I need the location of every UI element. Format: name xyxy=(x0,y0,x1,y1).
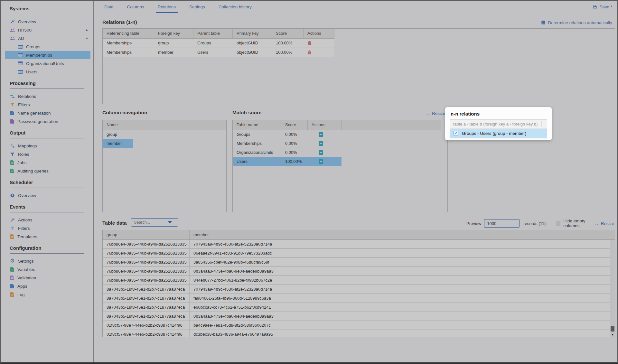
column-header[interactable]: Parent table xyxy=(193,29,233,38)
sidebar-item-apps[interactable]: Apps xyxy=(10,282,84,290)
sidebar-item-groups[interactable]: Groups xyxy=(10,42,84,51)
save-button[interactable]: Save * xyxy=(592,4,612,9)
sidebar-item-filters-processing[interactable]: Filters xyxy=(10,100,84,109)
divider xyxy=(102,15,615,15)
document-pencil-icon xyxy=(10,119,14,124)
document-icon xyxy=(10,234,14,239)
preview-count-input[interactable] xyxy=(484,219,520,228)
add-relation-button[interactable]: + xyxy=(319,141,323,146)
table-row: 01f8cf57-98e7-44e6-b2b2-c9387c414f96dc3b… xyxy=(103,330,615,337)
scrollbar-thumb[interactable] xyxy=(611,326,614,331)
match-score-row-users[interactable]: Users 100.00% + xyxy=(233,157,441,166)
column-header[interactable]: group xyxy=(103,230,190,239)
relations-row[interactable]: Memberships member Users objectGUID 100.… xyxy=(103,48,334,57)
sidebar-item-ad[interactable]: AD ▾ xyxy=(10,34,84,42)
column-header[interactable]: Table name xyxy=(233,120,281,130)
wrench-icon xyxy=(10,19,15,24)
match-score-row-memberships[interactable]: Memberships 0.00% + xyxy=(233,139,441,148)
hide-empty-columns-label: Hide empty columns xyxy=(563,219,595,228)
dropdown-triangle-icon[interactable] xyxy=(168,221,172,224)
document-icon xyxy=(10,292,14,297)
sidebar-item-variables[interactable]: Variables xyxy=(10,265,84,274)
sidebar-item-overview[interactable]: Overview xyxy=(10,17,84,26)
people-icon xyxy=(10,36,15,41)
sidebar-item-name-generation[interactable]: Name generation xyxy=(10,109,84,117)
add-relation-button[interactable]: + xyxy=(319,159,323,164)
sidebar-item-jobs[interactable]: Jobs xyxy=(10,158,84,167)
column-nav-row-group[interactable]: group xyxy=(103,130,226,139)
column-header[interactable]: Primary key xyxy=(233,29,272,38)
resize-button[interactable]: ↔ Resize xyxy=(426,111,445,116)
sidebar-section-events: Events xyxy=(10,204,84,210)
match-score-row-organizationalunits[interactable]: OrganizationalUnits 0.00% + xyxy=(233,148,441,157)
tab-settings[interactable]: Settings xyxy=(187,5,207,13)
chevron-down-icon[interactable]: ▾ xyxy=(86,36,88,41)
sidebar-item-templates[interactable]: Templates xyxy=(10,232,84,241)
scroll-down-button[interactable]: ▾ xyxy=(610,332,615,337)
sidebar-item-mappings[interactable]: Mappings xyxy=(10,142,84,150)
add-relation-button[interactable]: + xyxy=(319,132,323,137)
funnel-icon xyxy=(10,102,15,107)
sidebar-item-organizationalunits[interactable]: OrganizationalUnits xyxy=(10,59,84,68)
table-row: 8a7043b5-18f8-45e1-b2b7-c1877aa87ecafa98… xyxy=(103,294,615,303)
sidebar-item-filters-events[interactable]: Filters xyxy=(10,224,84,232)
sidebar-item-users[interactable]: Users xyxy=(10,68,84,76)
sidebar-item-roles[interactable]: Roles xyxy=(10,150,84,158)
checked-checkbox-icon[interactable] xyxy=(454,131,458,136)
column-header[interactable]: Actions xyxy=(308,120,342,130)
table-row: 8a7043b5-18f8-45e1-b2b7-c1877aa87eca0b3a… xyxy=(103,312,615,321)
nn-relation-option[interactable]: Groups - Users (group - member) xyxy=(450,129,547,138)
column-header[interactable]: Name xyxy=(103,120,133,130)
sidebar-item-memberships[interactable]: Memberships xyxy=(5,51,90,59)
column-nav-row-member[interactable]: member xyxy=(103,139,226,148)
people-icon xyxy=(10,27,15,33)
column-header[interactable]: Referencing table xyxy=(103,29,154,38)
column-header[interactable]: Score xyxy=(272,29,304,38)
delete-relation-button[interactable] xyxy=(304,48,334,58)
tab-relations[interactable]: Relations xyxy=(156,5,178,13)
delete-relation-button[interactable] xyxy=(304,39,334,49)
sidebar-section-scheduler: Scheduler xyxy=(10,180,84,185)
determine-relations-button[interactable]: Determine relations automatically xyxy=(541,20,612,25)
table-data-grid: group member 76bb86e4-0a35-440b-a949-da2… xyxy=(102,230,615,337)
hide-empty-columns-checkbox[interactable] xyxy=(556,221,560,226)
column-header[interactable]: Score xyxy=(281,120,308,130)
resize-button[interactable]: ↔ Resize xyxy=(595,221,614,226)
vertical-scrollbar[interactable]: ▾ xyxy=(610,240,615,337)
sidebar-item-relations[interactable]: Relations xyxy=(10,92,84,100)
column-header[interactable]: Foreign key xyxy=(154,29,193,38)
column-navigation-header: Name xyxy=(103,120,226,130)
search-combo[interactable] xyxy=(131,218,178,227)
table-row: 8a7043b5-18f8-45e1-b2b7-c1877aa87eca7079… xyxy=(103,285,615,294)
sidebar-item-settings[interactable]: ⚙ Settings xyxy=(10,257,84,265)
preview-label: Preview xyxy=(466,221,481,226)
sidebar-item-validation[interactable]: Validation xyxy=(10,274,84,282)
search-input[interactable] xyxy=(131,220,167,225)
sidebar-item-hr500[interactable]: HR500 ▸ xyxy=(10,26,84,34)
column-header[interactable]: member xyxy=(190,230,276,239)
add-relation-button[interactable]: + xyxy=(319,150,323,155)
match-score-row-groups[interactable]: Groups 0.00% + xyxy=(233,130,441,139)
column-header[interactable]: Actions xyxy=(304,29,334,38)
table-row: 8a7043b5-18f8-45e1-b2b7-c1877aa87ecae60b… xyxy=(103,303,615,312)
table-row: 01f8cf57-98e7-44e6-b2b2-c9387c414f96ba4c… xyxy=(103,321,615,330)
sidebar-item-scheduler-overview[interactable]: Overview xyxy=(10,191,84,200)
save-label: Save * xyxy=(599,5,612,9)
tab-columns[interactable]: Columns xyxy=(125,5,146,13)
document-pencil-icon xyxy=(10,160,14,165)
chevron-right-icon[interactable]: ▸ xyxy=(86,28,88,32)
sidebar-item-log[interactable]: Log xyxy=(10,290,84,299)
relation-arrows-icon xyxy=(10,94,15,99)
tab-data[interactable]: Data xyxy=(102,5,116,13)
sidebar-item-actions[interactable]: Actions xyxy=(10,216,84,224)
sidebar-item-auditing-queries[interactable]: Auditing queries xyxy=(10,167,84,175)
divider xyxy=(10,253,84,254)
sidebar-section-processing: Processing xyxy=(10,80,84,86)
relations-row[interactable]: Memberships group Groups objectGUID 100.… xyxy=(103,39,334,48)
tab-collection-history[interactable]: Collection history xyxy=(217,5,254,13)
table-data-header: group member xyxy=(103,230,615,240)
document-pencil-icon xyxy=(10,111,14,115)
table-row: 76bb86e4-0a35-440b-a949-da25268138357079… xyxy=(103,240,615,249)
sidebar-item-password-generation[interactable]: Password generation xyxy=(10,117,84,126)
records-count: records (11) xyxy=(523,221,546,226)
